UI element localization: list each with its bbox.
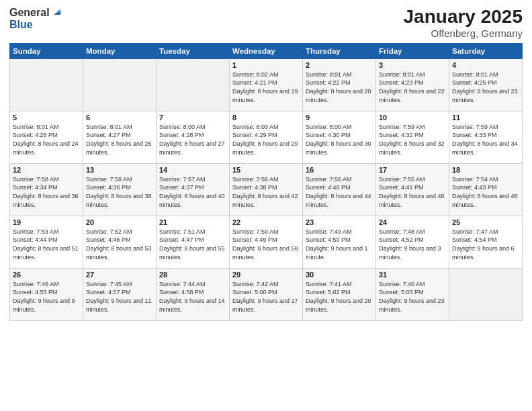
calendar-day-cell: 1 Sunrise: 8:02 AMSunset: 4:21 PMDayligh…: [230, 58, 303, 111]
day-info: Sunrise: 7:57 AMSunset: 4:37 PMDaylight:…: [159, 176, 225, 208]
calendar-day-cell: 13 Sunrise: 7:58 AMSunset: 4:36 PMDaylig…: [83, 163, 157, 216]
logo-blue-text: Blue: [9, 19, 33, 30]
calendar-day-cell: 14 Sunrise: 7:57 AMSunset: 4:37 PMDaylig…: [157, 163, 230, 216]
calendar-day-cell: 12 Sunrise: 7:58 AMSunset: 4:34 PMDaylig…: [10, 163, 83, 216]
title-block: January 2025 Offenberg, Germany: [404, 7, 523, 39]
day-number: 6: [86, 113, 153, 122]
weekday-header: Friday: [376, 43, 449, 58]
calendar-day-cell: 28 Sunrise: 7:44 AMSunset: 4:58 PMDaylig…: [157, 268, 230, 320]
day-info: Sunrise: 8:00 AMSunset: 4:30 PMDaylight:…: [306, 124, 371, 156]
day-info: Sunrise: 7:52 AMSunset: 4:46 PMDaylight:…: [86, 228, 152, 261]
day-number: 30: [306, 271, 373, 279]
weekday-header: Sunday: [10, 43, 83, 58]
calendar-day-cell: 2 Sunrise: 8:01 AMSunset: 4:22 PMDayligh…: [303, 58, 376, 111]
calendar-day-cell: 30 Sunrise: 7:41 AMSunset: 5:02 PMDaylig…: [303, 268, 376, 320]
day-info: Sunrise: 7:50 AMSunset: 4:49 PMDaylight:…: [232, 228, 298, 261]
day-info: Sunrise: 7:59 AMSunset: 4:33 PMDaylight:…: [452, 124, 518, 156]
day-info: Sunrise: 7:44 AMSunset: 4:58 PMDaylight:…: [159, 281, 225, 313]
calendar-day-cell: [10, 58, 83, 111]
calendar-week-row: 19 Sunrise: 7:53 AMSunset: 4:44 PMDaylig…: [10, 216, 523, 268]
calendar-day-cell: 26 Sunrise: 7:46 AMSunset: 4:55 PMDaylig…: [10, 268, 83, 320]
calendar-day-cell: [157, 58, 230, 111]
day-number: 18: [452, 166, 519, 174]
day-info: Sunrise: 8:02 AMSunset: 4:21 PMDaylight:…: [232, 71, 298, 103]
weekday-header: Saturday: [449, 43, 523, 58]
calendar-day-cell: 25 Sunrise: 7:47 AMSunset: 4:54 PMDaylig…: [449, 216, 523, 268]
calendar-day-cell: 9 Sunrise: 8:00 AMSunset: 4:30 PMDayligh…: [303, 111, 376, 163]
day-info: Sunrise: 7:58 AMSunset: 4:36 PMDaylight:…: [86, 176, 152, 208]
calendar-day-cell: 10 Sunrise: 7:59 AMSunset: 4:32 PMDaylig…: [376, 111, 449, 163]
day-info: Sunrise: 7:58 AMSunset: 4:34 PMDaylight:…: [13, 176, 79, 208]
day-info: Sunrise: 8:00 AMSunset: 4:28 PMDaylight:…: [159, 124, 225, 156]
calendar-day-cell: 24 Sunrise: 7:48 AMSunset: 4:52 PMDaylig…: [376, 216, 449, 268]
logo-icon: [51, 7, 62, 17]
calendar-day-cell: 5 Sunrise: 8:01 AMSunset: 4:26 PMDayligh…: [10, 111, 83, 163]
header: General Blue January 2025 Offenberg, Ger…: [9, 7, 523, 39]
calendar-day-cell: 4 Sunrise: 8:01 AMSunset: 4:25 PMDayligh…: [449, 58, 523, 111]
day-number: 27: [86, 271, 153, 279]
logo-general-text: General: [9, 7, 50, 19]
day-info: Sunrise: 7:56 AMSunset: 4:38 PMDaylight:…: [232, 176, 298, 208]
calendar-day-cell: 17 Sunrise: 7:55 AMSunset: 4:41 PMDaylig…: [376, 163, 449, 216]
day-info: Sunrise: 7:56 AMSunset: 4:40 PMDaylight:…: [306, 176, 371, 208]
page-container: General Blue January 2025 Offenberg, Ger…: [0, 0, 532, 325]
calendar-day-cell: 29 Sunrise: 7:42 AMSunset: 5:00 PMDaylig…: [230, 268, 303, 320]
day-number: 10: [379, 113, 446, 122]
day-number: 8: [232, 113, 300, 122]
day-number: 29: [232, 271, 300, 279]
day-number: 4: [452, 61, 519, 69]
day-number: 11: [452, 113, 519, 122]
calendar-week-row: 26 Sunrise: 7:46 AMSunset: 4:55 PMDaylig…: [10, 268, 523, 320]
day-number: 24: [379, 218, 446, 226]
weekday-header: Wednesday: [230, 43, 303, 58]
calendar-day-cell: [449, 268, 523, 320]
day-info: Sunrise: 7:49 AMSunset: 4:50 PMDaylight:…: [306, 228, 368, 261]
day-number: 26: [13, 271, 80, 279]
calendar-day-cell: 20 Sunrise: 7:52 AMSunset: 4:46 PMDaylig…: [83, 216, 157, 268]
day-info: Sunrise: 7:45 AMSunset: 4:57 PMDaylight:…: [86, 281, 152, 313]
day-number: 23: [306, 218, 373, 226]
day-info: Sunrise: 8:01 AMSunset: 4:27 PMDaylight:…: [86, 124, 152, 156]
day-info: Sunrise: 7:41 AMSunset: 5:02 PMDaylight:…: [306, 281, 371, 313]
day-info: Sunrise: 8:00 AMSunset: 4:29 PMDaylight:…: [232, 124, 298, 156]
logo: General Blue: [9, 7, 62, 31]
calendar-week-row: 5 Sunrise: 8:01 AMSunset: 4:26 PMDayligh…: [10, 111, 523, 163]
day-number: 21: [159, 218, 226, 226]
day-number: 25: [452, 218, 519, 226]
page-subtitle: Offenberg, Germany: [404, 28, 523, 39]
calendar-day-cell: 18 Sunrise: 7:54 AMSunset: 4:43 PMDaylig…: [449, 163, 523, 216]
day-number: 13: [86, 166, 153, 174]
calendar-day-cell: 7 Sunrise: 8:00 AMSunset: 4:28 PMDayligh…: [157, 111, 230, 163]
day-info: Sunrise: 8:01 AMSunset: 4:26 PMDaylight:…: [13, 124, 79, 156]
day-number: 28: [159, 271, 226, 279]
day-info: Sunrise: 7:48 AMSunset: 4:52 PMDaylight:…: [379, 228, 441, 261]
calendar-week-row: 1 Sunrise: 8:02 AMSunset: 4:21 PMDayligh…: [10, 58, 523, 111]
weekday-header-row: SundayMondayTuesdayWednesdayThursdayFrid…: [10, 43, 523, 58]
day-number: 5: [13, 113, 80, 122]
calendar-day-cell: 21 Sunrise: 7:51 AMSunset: 4:47 PMDaylig…: [157, 216, 230, 268]
day-number: 22: [232, 218, 300, 226]
calendar-day-cell: [83, 58, 157, 111]
day-number: 9: [306, 113, 373, 122]
day-number: 1: [232, 61, 300, 69]
day-number: 15: [232, 166, 300, 174]
day-info: Sunrise: 7:47 AMSunset: 4:54 PMDaylight:…: [452, 228, 515, 261]
calendar-table: SundayMondayTuesdayWednesdayThursdayFrid…: [9, 43, 523, 321]
calendar-day-cell: 3 Sunrise: 8:01 AMSunset: 4:23 PMDayligh…: [376, 58, 449, 111]
calendar-day-cell: 23 Sunrise: 7:49 AMSunset: 4:50 PMDaylig…: [303, 216, 376, 268]
day-number: 31: [379, 271, 446, 279]
weekday-header: Thursday: [303, 43, 376, 58]
calendar-day-cell: 6 Sunrise: 8:01 AMSunset: 4:27 PMDayligh…: [83, 111, 157, 163]
day-info: Sunrise: 7:59 AMSunset: 4:32 PMDaylight:…: [379, 124, 445, 156]
calendar-day-cell: 22 Sunrise: 7:50 AMSunset: 4:49 PMDaylig…: [230, 216, 303, 268]
day-number: 16: [306, 166, 373, 174]
day-info: Sunrise: 7:46 AMSunset: 4:55 PMDaylight:…: [13, 281, 75, 313]
day-number: 2: [306, 61, 373, 69]
calendar-day-cell: 27 Sunrise: 7:45 AMSunset: 4:57 PMDaylig…: [83, 268, 157, 320]
calendar-day-cell: 31 Sunrise: 7:40 AMSunset: 5:03 PMDaylig…: [376, 268, 449, 320]
calendar-day-cell: 16 Sunrise: 7:56 AMSunset: 4:40 PMDaylig…: [303, 163, 376, 216]
day-number: 12: [13, 166, 80, 174]
day-number: 17: [379, 166, 446, 174]
day-info: Sunrise: 7:53 AMSunset: 4:44 PMDaylight:…: [13, 228, 79, 261]
day-info: Sunrise: 8:01 AMSunset: 4:22 PMDaylight:…: [306, 71, 371, 103]
